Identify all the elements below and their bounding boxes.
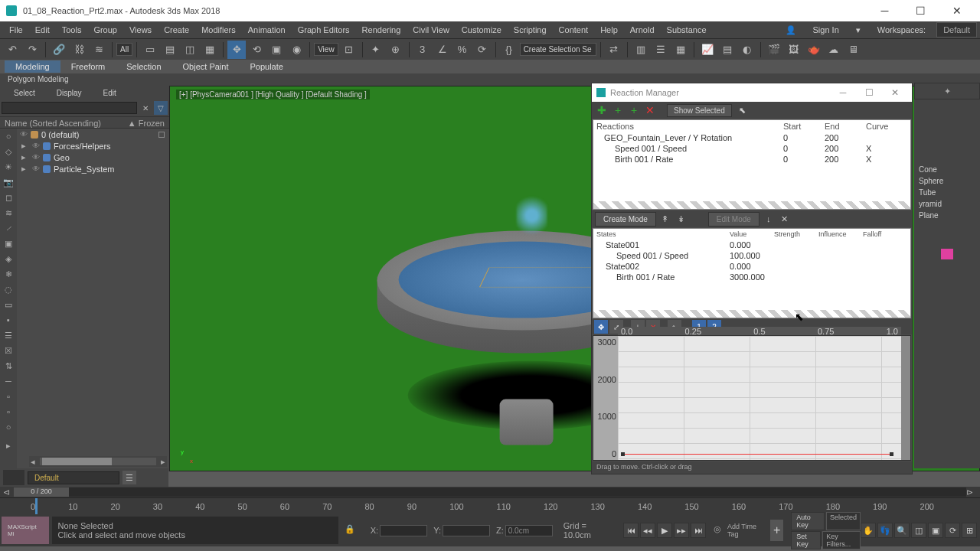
mirror-button[interactable]: ⇄ xyxy=(605,41,623,59)
se-hscroll[interactable]: ◂▸ xyxy=(29,456,167,467)
ribbon-tab-populate[interactable]: Populate xyxy=(239,60,293,73)
bind-button[interactable]: ≋ xyxy=(90,41,108,59)
minimize-button[interactable]: ─ xyxy=(867,1,902,21)
schematic-button[interactable]: ▤ xyxy=(718,41,737,59)
layer-button[interactable]: ☰ xyxy=(652,41,670,59)
se-tab-select[interactable]: Select xyxy=(3,87,46,99)
rm-down-icon[interactable]: ↡ xyxy=(675,212,688,226)
menu-edit[interactable]: Edit xyxy=(29,23,56,37)
cmd-tab-create[interactable]: ✦ xyxy=(914,83,980,99)
time-slider[interactable]: 0 / 200 xyxy=(14,487,966,497)
timeslider-right-icon[interactable]: ⊳ xyxy=(966,487,977,497)
material-editor-button[interactable]: ◐ xyxy=(738,41,756,59)
time-cursor[interactable] xyxy=(35,498,38,514)
dropdown-icon[interactable]: ▾ xyxy=(850,23,867,37)
menu-substance[interactable]: Substance xyxy=(661,23,713,37)
region-button[interactable]: ◫ xyxy=(181,41,199,59)
manip-button[interactable]: ✦ xyxy=(367,41,385,59)
ribbon-tab-modeling[interactable]: Modeling xyxy=(5,60,60,73)
obj-pyramid[interactable]: yramid xyxy=(916,198,978,210)
se-tab-display[interactable]: Display xyxy=(46,87,93,99)
rotate-button[interactable]: ⟲ xyxy=(247,41,266,59)
z-input[interactable] xyxy=(505,525,553,536)
redo-button[interactable]: ↷ xyxy=(23,41,41,59)
rm-titlebar[interactable]: Reaction Manager ─ ☐ ✕ xyxy=(592,83,912,102)
menu-modifiers[interactable]: Modifiers xyxy=(195,23,242,37)
rm-state-row[interactable]: Speed 001 / Speed100.000 xyxy=(593,250,910,261)
ribbon-tab-freeform[interactable]: Freeform xyxy=(60,60,116,73)
filter-bone-icon[interactable]: ⟋ xyxy=(0,220,17,236)
filter-misc-icon[interactable]: ▪ xyxy=(0,312,17,328)
render-setup-button[interactable]: 🎬 xyxy=(765,41,783,59)
undo-button[interactable]: ↶ xyxy=(3,41,21,59)
rm-minimize-button[interactable]: ─ xyxy=(831,85,855,100)
maxscript-listener[interactable]: MAXScript Mi xyxy=(2,517,49,544)
menu-file[interactable]: File xyxy=(3,23,29,37)
menu-views[interactable]: Views xyxy=(123,23,158,37)
goto-end-button[interactable]: ⏭ xyxy=(691,523,706,538)
rm-reaction-row[interactable]: Speed 001 / Speed0200X xyxy=(593,143,910,154)
filter-xref-icon[interactable]: ◈ xyxy=(0,251,17,266)
menu-arnold[interactable]: Arnold xyxy=(624,23,661,37)
unlink-button[interactable]: ⛓ xyxy=(70,41,88,59)
nav-zoom-button[interactable]: 🔍 xyxy=(894,523,910,538)
time-tag[interactable]: Add Time Tag xyxy=(727,523,763,538)
curve-vscroll[interactable] xyxy=(901,336,910,460)
sign-in-link[interactable]: Sign In xyxy=(807,23,845,37)
filter-more2-icon[interactable]: ▫ xyxy=(0,404,17,419)
material-layer-button[interactable]: ☰ xyxy=(122,471,136,484)
rm-hscroll[interactable] xyxy=(593,201,910,209)
material-dropdown[interactable]: Default xyxy=(28,471,119,484)
menu-content[interactable]: Content xyxy=(553,23,595,37)
editselset-button[interactable]: {} xyxy=(500,41,518,59)
rm-reaction-row[interactable]: Birth 001 / Rate0200X xyxy=(593,154,910,165)
render-frame-button[interactable]: 🖼 xyxy=(785,41,803,59)
menu-customize[interactable]: Customize xyxy=(456,23,508,37)
color-swatch[interactable] xyxy=(941,249,953,259)
rm-pick-icon[interactable]: ⬉ xyxy=(739,106,746,116)
menu-animation[interactable]: Animation xyxy=(242,23,292,37)
tree-item[interactable]: ▸👁Geo xyxy=(18,152,169,163)
se-filter-button[interactable]: ▽ xyxy=(154,101,168,115)
curve-line[interactable] xyxy=(621,454,893,455)
tree-item[interactable]: ▸👁Particle_System xyxy=(18,163,169,174)
nav-maximize-button[interactable]: ⊞ xyxy=(962,523,977,538)
filter-inv-icon[interactable]: ⇅ xyxy=(0,358,17,373)
prev-frame-button[interactable]: ◂◂ xyxy=(640,523,655,538)
setkey-button[interactable]: Set Key xyxy=(791,531,821,549)
rm-add-slave-button[interactable]: + xyxy=(611,103,625,117)
rm-up-icon[interactable]: ↟ xyxy=(658,212,672,226)
filter-hidden-icon[interactable]: ◌ xyxy=(0,282,17,297)
maximize-button[interactable]: ☐ xyxy=(903,1,938,21)
timeslider-left-icon[interactable]: ⊲ xyxy=(3,487,14,497)
rm-state-row[interactable]: State0020.000 xyxy=(593,261,910,272)
isolate-icon[interactable]: ◎ xyxy=(714,524,724,536)
link-button[interactable]: 🔗 xyxy=(50,41,68,59)
filter-cam-icon[interactable]: 📷 xyxy=(0,174,17,190)
tree-item[interactable]: ▸👁Forces/Helpers xyxy=(18,140,169,152)
ribbon-tab-objectpaint[interactable]: Object Paint xyxy=(172,60,240,73)
placement-button[interactable]: ◉ xyxy=(287,41,305,59)
menu-create[interactable]: Create xyxy=(158,23,195,37)
angle-snap-button[interactable]: ∠ xyxy=(433,41,452,59)
toggle-ribbon-button[interactable]: ▦ xyxy=(671,41,690,59)
filter-cont-icon[interactable]: ▭ xyxy=(0,297,17,312)
filter-shape-icon[interactable]: ◇ xyxy=(0,144,17,159)
obj-sphere[interactable]: Sphere xyxy=(916,175,978,187)
spinner-snap-button[interactable]: ⟳ xyxy=(473,41,492,59)
rm-reaction-row[interactable]: GEO_Fountain_Lever / Y Rotation0200 xyxy=(593,132,910,143)
select-button[interactable]: ▭ xyxy=(141,41,159,59)
nav-zoomall-button[interactable]: ▣ xyxy=(928,523,943,538)
rm-reactions-list[interactable]: Reactions Start End Curve GEO_Fountain_L… xyxy=(593,119,911,210)
rm-create-mode-button[interactable]: Create Mode xyxy=(595,212,656,227)
filter-frozen-icon[interactable]: ❄ xyxy=(0,266,17,282)
obj-tube[interactable]: Tube xyxy=(916,187,978,198)
rm-edit-mode-button[interactable]: Edit Mode xyxy=(708,212,760,227)
curve-editor-button[interactable]: 📈 xyxy=(698,41,717,59)
filter-more1-icon[interactable]: ▫ xyxy=(0,389,17,404)
scale-button[interactable]: ▣ xyxy=(267,41,286,59)
close-button[interactable]: ✕ xyxy=(939,1,974,21)
align-button[interactable]: ▥ xyxy=(632,41,650,59)
play-button[interactable]: ▶ xyxy=(657,523,672,538)
x-input[interactable] xyxy=(380,525,427,536)
